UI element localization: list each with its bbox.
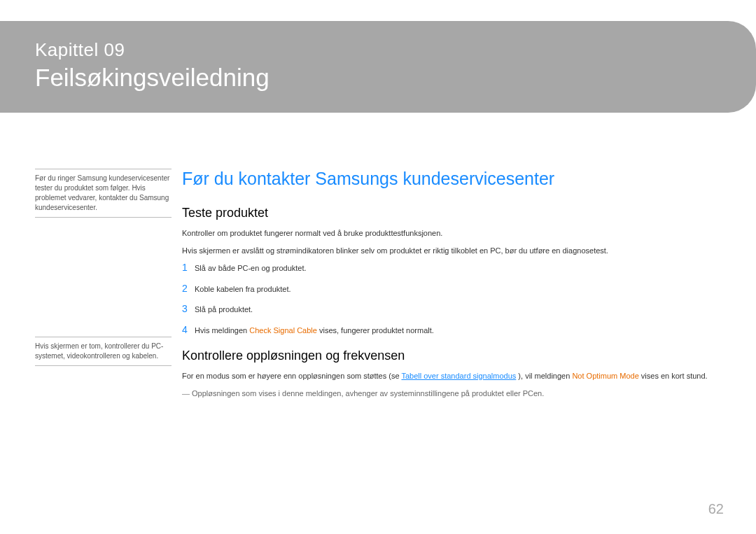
- subheading-resolution: Kontrollere oppløsningen og frekvensen: [182, 349, 728, 363]
- step-text: Hvis meldingen Check Signal Cable vises,…: [195, 325, 434, 337]
- step-row: 2 Koble kabelen fra produktet.: [182, 283, 728, 295]
- step4-suffix: vises, fungerer produktet normalt.: [317, 326, 434, 335]
- sidebar: Før du ringer Samsung kundeservicesenter…: [35, 169, 172, 366]
- chapter-title: Feilsøkingsveiledning: [35, 64, 728, 92]
- res-prefix: For en modus som er høyere enn oppløsnin…: [182, 372, 401, 380]
- res-suffix: vises en kort stund.: [639, 372, 708, 380]
- sidebar-note-1: Før du ringer Samsung kundeservicesenter…: [35, 169, 172, 218]
- step-row: 1 Slå av både PC-en og produktet.: [182, 262, 728, 274]
- content-area: Før du ringer Samsung kundeservicesenter…: [35, 169, 728, 399]
- step-row: 4 Hvis meldingen Check Signal Cable vise…: [182, 324, 728, 337]
- step-number: 4: [182, 324, 195, 335]
- body-text: Kontroller om produktet fungerer normalt…: [182, 227, 728, 239]
- step-text: Slå på produktet.: [195, 304, 253, 316]
- step-row: 3 Slå på produktet.: [182, 303, 728, 316]
- page: Kapittel 09 Feilsøkingsveiledning Før du…: [0, 0, 756, 534]
- step-number: 1: [182, 262, 195, 273]
- numbered-steps: 1 Slå av både PC-en og produktet. 2 Kobl…: [182, 262, 728, 336]
- main-content: Før du kontakter Samsungs kundeservicese…: [182, 169, 728, 399]
- body-text: For en modus som er høyere enn oppløsnin…: [182, 370, 728, 382]
- section-title: Før du kontakter Samsungs kundeservicese…: [182, 169, 728, 189]
- chapter-header: Kapittel 09 Feilsøkingsveiledning: [0, 21, 756, 113]
- step-number: 2: [182, 283, 195, 294]
- step4-prefix: Hvis meldingen: [195, 326, 249, 335]
- res-mid: ), vil meldingen: [516, 372, 572, 380]
- step-text: Koble kabelen fra produktet.: [195, 283, 291, 295]
- sidebar-note-2: Hvis skjermen er tom, kontrollerer du PC…: [35, 337, 172, 366]
- not-optimum-mode-label: Not Optimum Mode: [572, 372, 638, 380]
- check-signal-cable-label: Check Signal Cable: [249, 326, 317, 335]
- step-number: 3: [182, 303, 195, 314]
- subheading-test-product: Teste produktet: [182, 206, 728, 220]
- page-number: 62: [708, 501, 724, 517]
- body-text: Hvis skjermen er avslått og strømindikat…: [182, 245, 728, 257]
- footnote: Oppløsningen som vises i denne meldingen…: [182, 388, 728, 400]
- signal-mode-table-link[interactable]: Tabell over standard signalmodus: [401, 372, 516, 380]
- step-text: Slå av både PC-en og produktet.: [195, 262, 307, 274]
- chapter-number: Kapittel 09: [35, 39, 728, 61]
